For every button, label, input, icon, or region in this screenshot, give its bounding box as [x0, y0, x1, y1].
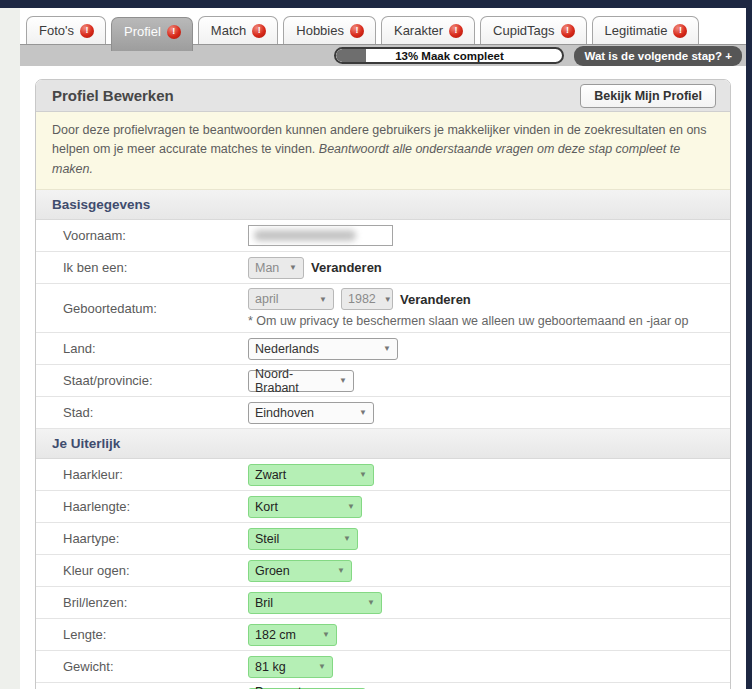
field-controls-voornaam	[248, 225, 730, 246]
haarlengte-select[interactable]: Kort▼	[248, 496, 362, 518]
view-my-profile-button[interactable]: Bekijk Mijn Profiel	[580, 84, 716, 108]
selected-value: Zwart	[255, 468, 286, 482]
tab-cupidtags[interactable]: CupidTags!	[480, 16, 586, 44]
profile-edit-panel: Profiel Bewerken Bekijk Mijn Profiel Doo…	[35, 79, 731, 689]
field-controls-land: Nederlands▼	[248, 338, 730, 360]
panel-header: Profiel Bewerken Bekijk Mijn Profiel	[36, 80, 730, 112]
incomplete-warning-icon: !	[80, 24, 94, 38]
field-controls-haarlengte: Kort▼	[248, 496, 730, 518]
provincie-select[interactable]: Noord-Brabant▼	[248, 370, 354, 392]
next-step-button[interactable]: Wat is de volgende stap? +	[574, 46, 742, 66]
field-controls-geboortedatum: april▼1982▼Veranderen* Om uw privacy te …	[248, 288, 730, 328]
field-controls-gewicht: 81 kg▼	[248, 656, 730, 678]
geboortedatum-select[interactable]: april▼	[248, 288, 334, 310]
chevron-down-icon: ▼	[367, 598, 375, 607]
selected-value: Noord-Brabant	[255, 367, 331, 395]
form-row-lengte: Lengte:182 cm▼	[36, 619, 730, 651]
control-line: Nederlands▼	[248, 338, 730, 360]
haartype-select[interactable]: Steil▼	[248, 528, 358, 550]
form-row-voornaam: Voornaam:	[36, 220, 730, 252]
intro-text: Door deze profielvragen te beantwoorden …	[36, 112, 730, 190]
chevron-down-icon: ▼	[384, 295, 392, 304]
control-line: Steil▼	[248, 528, 730, 550]
redacted-value	[254, 230, 356, 241]
form-row-haarkleur: Haarkleur:Zwart▼	[36, 459, 730, 491]
tab-karakter[interactable]: Karakter!	[381, 16, 475, 44]
incomplete-warning-icon: !	[561, 24, 575, 38]
page-frame: Foto's!Profiel!Match!Hobbies!Karakter!Cu…	[20, 8, 746, 689]
form-row-land: Land:Nederlands▼	[36, 333, 730, 365]
form-row-stad: Stad:Eindhoven▼	[36, 397, 730, 429]
haarkleur-select[interactable]: Zwart▼	[248, 464, 374, 486]
selected-value: Steil	[255, 532, 279, 546]
form-row-lichaamsbouw: Lichaamsbouw:Paar extra kilo's▼	[36, 683, 730, 689]
selected-value: Kort	[255, 500, 278, 514]
chevron-down-icon: ▼	[289, 263, 297, 272]
tab-hobbies[interactable]: Hobbies!	[283, 16, 376, 44]
selected-value: Groen	[255, 564, 290, 578]
geslacht-change-link[interactable]: Veranderen	[311, 260, 382, 275]
control-line: 182 cm▼	[248, 624, 730, 646]
selected-value: 1982	[348, 292, 376, 306]
page-title: Profiel Bewerken	[52, 87, 174, 104]
selected-value: Nederlands	[255, 342, 319, 356]
field-controls-lengte: 182 cm▼	[248, 624, 730, 646]
form-row-bril-lenzen: Bril/lenzen:Bril▼	[36, 587, 730, 619]
control-line: Groen▼	[248, 560, 730, 582]
field-controls-haartype: Steil▼	[248, 528, 730, 550]
gewicht-select[interactable]: 81 kg▼	[248, 656, 333, 678]
tab-fotos[interactable]: Foto's!	[26, 16, 106, 44]
field-label-voornaam: Voornaam:	[36, 228, 248, 243]
form-row-provincie: Staat/provincie:Noord-Brabant▼	[36, 365, 730, 397]
tab-profiel[interactable]: Profiel!	[111, 17, 193, 51]
incomplete-warning-icon: !	[350, 24, 364, 38]
field-label-kleur-ogen: Kleur ogen:	[36, 563, 248, 578]
selected-value: Bril	[255, 596, 273, 610]
chevron-down-icon: ▼	[319, 295, 327, 304]
chevron-down-icon: ▼	[337, 566, 345, 575]
privacy-note: * Om uw privacy te beschermen slaan we a…	[248, 314, 730, 328]
tab-bar: Foto's!Profiel!Match!Hobbies!Karakter!Cu…	[20, 8, 746, 44]
voornaam-input[interactable]	[248, 225, 393, 246]
control-line: Man▼Veranderen	[248, 257, 730, 279]
tab-legitimatie[interactable]: Legitimatie!	[592, 16, 700, 44]
form-row-kleur-ogen: Kleur ogen:Groen▼	[36, 555, 730, 587]
field-controls-haarkleur: Zwart▼	[248, 464, 730, 486]
kleur-ogen-select[interactable]: Groen▼	[248, 560, 352, 582]
control-line: Noord-Brabant▼	[248, 370, 730, 392]
incomplete-warning-icon: !	[673, 24, 687, 38]
chevron-down-icon: ▼	[383, 344, 391, 353]
stad-select[interactable]: Eindhoven▼	[248, 402, 374, 424]
form-row-haartype: Haartype:Steil▼	[36, 523, 730, 555]
incomplete-warning-icon: !	[449, 24, 463, 38]
chevron-down-icon: ▼	[347, 502, 355, 511]
incomplete-warning-icon: !	[167, 25, 181, 39]
geboortedatum-change-link[interactable]: Veranderen	[400, 292, 471, 307]
field-label-gewicht: Gewicht:	[36, 659, 248, 674]
control-line: 81 kg▼	[248, 656, 730, 678]
control-line	[248, 225, 730, 246]
chevron-down-icon: ▼	[318, 662, 326, 671]
form-row-haarlengte: Haarlengte:Kort▼	[36, 491, 730, 523]
section-title: Je Uiterlijk	[36, 429, 730, 459]
form-row-gewicht: Gewicht:81 kg▼	[36, 651, 730, 683]
selected-value: Eindhoven	[255, 406, 314, 420]
geslacht-select[interactable]: Man▼	[248, 257, 304, 279]
form-sections: BasisgegevensVoornaam:Ik ben een:Man▼Ver…	[36, 190, 730, 689]
bril-lenzen-select[interactable]: Bril▼	[248, 592, 382, 614]
field-label-geslacht: Ik ben een:	[36, 260, 248, 275]
incomplete-warning-icon: !	[252, 24, 266, 38]
field-controls-stad: Eindhoven▼	[248, 402, 730, 424]
selected-value: 182 cm	[255, 628, 296, 642]
control-line: Eindhoven▼	[248, 402, 730, 424]
chevron-down-icon: ▼	[343, 534, 351, 543]
tab-match[interactable]: Match!	[198, 16, 278, 44]
land-select[interactable]: Nederlands▼	[248, 338, 398, 360]
control-line: april▼1982▼Veranderen	[248, 288, 730, 310]
lengte-select[interactable]: 182 cm▼	[248, 624, 337, 646]
field-label-provincie: Staat/provincie:	[36, 373, 248, 388]
geboortedatum-select[interactable]: 1982▼	[341, 288, 393, 310]
field-controls-geslacht: Man▼Veranderen	[248, 257, 730, 279]
tab-label: Hobbies	[296, 23, 344, 38]
chevron-down-icon: ▼	[359, 470, 367, 479]
